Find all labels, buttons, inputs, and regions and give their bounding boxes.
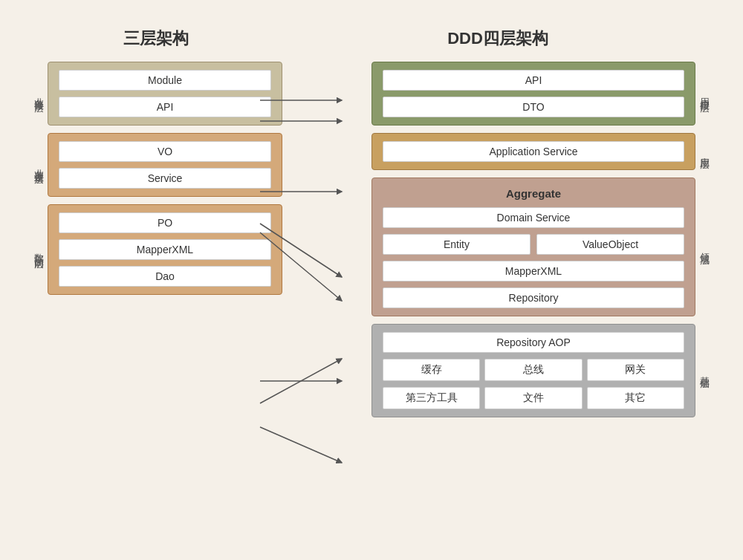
right-box-2: Application Service bbox=[372, 133, 695, 170]
mapperxml-box-left: MapperXML bbox=[59, 239, 271, 260]
right-label-2: 应用层 bbox=[695, 133, 713, 170]
po-box: PO bbox=[59, 212, 271, 233]
bus-box: 总线 bbox=[484, 359, 582, 381]
valueobject-box: ValueObject bbox=[536, 234, 684, 255]
right-label-3: 领域层 bbox=[695, 178, 713, 316]
right-layer-2: Application Service 应用层 bbox=[372, 133, 713, 170]
svg-line-7 bbox=[260, 427, 342, 463]
left-box-1: Module API bbox=[48, 62, 282, 126]
file-box: 文件 bbox=[484, 387, 582, 409]
left-layer-3: 数据访问层 PO MapperXML Dao bbox=[30, 204, 282, 295]
gateway-box: 网关 bbox=[587, 359, 684, 381]
right-box-4: Repository AOP 缓存 总线 网关 第三方工具 文件 其它 bbox=[372, 324, 695, 417]
content-row: 业务接口层 Module API 业务逻辑层 VO Service bbox=[30, 62, 713, 417]
repository-aop-box: Repository AOP bbox=[383, 332, 684, 353]
thirdparty-box: 第三方工具 bbox=[383, 387, 480, 409]
right-box-1: API DTO bbox=[372, 62, 695, 126]
app-service-box: Application Service bbox=[383, 141, 684, 162]
left-side: 业务接口层 Module API 业务逻辑层 VO Service bbox=[30, 62, 282, 295]
vo-box: VO bbox=[59, 141, 271, 162]
other-box: 其它 bbox=[587, 387, 684, 409]
left-label-2: 业务逻辑层 bbox=[30, 133, 48, 197]
repository-box: Repository bbox=[383, 287, 684, 308]
right-side: API DTO 用户接口层 Application Service 应用层 Ag… bbox=[372, 62, 713, 417]
aggregate-title: Aggregate bbox=[383, 186, 684, 201]
service-box: Service bbox=[59, 168, 271, 189]
left-title: 三层架构 bbox=[123, 29, 189, 48]
left-label-3: 数据访问层 bbox=[30, 204, 48, 295]
entity-box: Entity bbox=[383, 234, 531, 255]
dto-box: DTO bbox=[383, 97, 684, 117]
module-box: Module bbox=[59, 70, 271, 91]
diagram-area: 业务接口层 Module API 业务逻辑层 VO Service bbox=[30, 62, 713, 417]
right-layer-4: Repository AOP 缓存 总线 网关 第三方工具 文件 其它 基础层 bbox=[372, 324, 713, 417]
right-box-3: Aggregate Domain Service Entity ValueObj… bbox=[372, 178, 695, 316]
base-grid-1: 缓存 总线 网关 bbox=[383, 359, 684, 381]
entity-valueobject-row: Entity ValueObject bbox=[383, 234, 684, 255]
mapperxml-box-right: MapperXML bbox=[383, 261, 684, 281]
left-layer-2: 业务逻辑层 VO Service bbox=[30, 133, 282, 197]
left-layer-1: 业务接口层 Module API bbox=[30, 62, 282, 126]
left-label-1: 业务接口层 bbox=[30, 62, 48, 126]
api-box-right: API bbox=[383, 70, 684, 91]
right-label-4: 基础层 bbox=[695, 324, 713, 417]
right-layer-3: Aggregate Domain Service Entity ValueObj… bbox=[372, 178, 713, 316]
title-row: 三层架构 DDD四层架构 bbox=[30, 27, 713, 50]
api-box-left: API bbox=[59, 97, 271, 117]
cache-box: 缓存 bbox=[383, 359, 480, 381]
right-layer-1: API DTO 用户接口层 bbox=[372, 62, 713, 126]
right-title: DDD四层架构 bbox=[447, 29, 548, 48]
right-label-1: 用户接口层 bbox=[695, 62, 713, 126]
main-container: 三层架构 DDD四层架构 业务接口层 Module API 业务逻辑层 bbox=[15, 13, 728, 547]
left-box-3: PO MapperXML Dao bbox=[48, 204, 282, 295]
left-box-2: VO Service bbox=[48, 133, 282, 197]
dao-box: Dao bbox=[59, 266, 271, 287]
base-grid-2: 第三方工具 文件 其它 bbox=[383, 387, 684, 409]
domain-service-box: Domain Service bbox=[383, 207, 684, 228]
